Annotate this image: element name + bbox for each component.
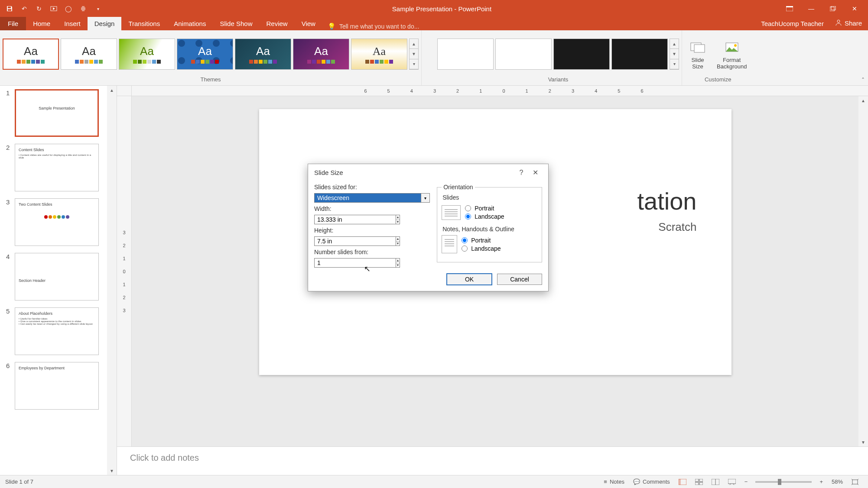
notes-toggle[interactable]: ≡Notes [599, 478, 629, 485]
share-button[interactable]: Share [829, 16, 868, 30]
thumbnail-item[interactable]: 1Sample Presentation [0, 86, 117, 140]
tab-animations[interactable]: Animations [167, 17, 213, 30]
tab-file[interactable]: File [0, 17, 26, 30]
slides-landscape-radio[interactable]: Landscape [465, 213, 504, 220]
thumbnail-item[interactable]: 6Employees by Department [0, 359, 117, 413]
dialog-help-icon[interactable]: ? [514, 169, 528, 177]
zoom-in-button[interactable]: + [815, 478, 827, 485]
notes-subgroup-label: Notes, Handouts & Outline [442, 226, 537, 233]
variant-thumb[interactable] [437, 39, 494, 70]
expand-gallery-icon[interactable]: ▾ [410, 59, 418, 69]
tab-insert[interactable]: Insert [57, 17, 88, 30]
notes-portrait-radio[interactable]: Portrait [462, 237, 501, 244]
slide-thumbnail-panel[interactable]: 1Sample Presentation 2Content Slides• Co… [0, 86, 117, 475]
scroll-down-icon[interactable]: ▼ [858, 438, 868, 446]
variants-gallery-more[interactable]: ▲▼▾ [670, 39, 679, 70]
spin-up-icon[interactable]: ▲ [396, 215, 400, 220]
zoom-out-button[interactable]: − [740, 478, 752, 485]
thumbnail-item[interactable]: 3Two Content Slides [0, 195, 117, 249]
tab-transitions[interactable]: Transitions [121, 17, 167, 30]
number-from-input[interactable] [314, 258, 396, 268]
slide-size-button[interactable]: Slide Size [685, 38, 711, 71]
close-icon[interactable]: ✕ [849, 3, 860, 14]
slide-show-view-icon[interactable] [724, 479, 740, 485]
spin-down-icon[interactable]: ▼ [396, 220, 400, 224]
spin-up-icon[interactable]: ▲ [396, 259, 400, 263]
start-from-beginning-icon[interactable] [49, 4, 58, 13]
svg-rect-3 [830, 7, 834, 11]
row-down-icon[interactable]: ▼ [670, 49, 679, 59]
save-icon[interactable] [5, 4, 14, 13]
notes-pane[interactable]: Click to add notes [117, 446, 868, 475]
tell-me-input[interactable] [339, 23, 452, 30]
maximize-icon[interactable] [827, 3, 839, 14]
scroll-down-icon[interactable]: ▼ [107, 466, 117, 475]
variant-thumb[interactable] [553, 39, 610, 70]
width-spinner[interactable]: ▲▼ [314, 215, 359, 224]
cancel-button[interactable]: Cancel [497, 274, 542, 285]
spin-down-icon[interactable]: ▼ [396, 242, 400, 246]
notes-landscape-radio[interactable]: Landscape [462, 245, 501, 252]
dialog-close-icon[interactable]: ✕ [528, 168, 542, 177]
scroll-up-icon[interactable]: ▲ [107, 86, 117, 94]
tab-view[interactable]: View [295, 17, 322, 30]
tab-design[interactable]: Design [88, 17, 122, 30]
slide-sorter-view-icon[interactable] [691, 479, 707, 485]
height-input[interactable] [314, 236, 396, 246]
variant-thumb[interactable] [611, 39, 668, 70]
theme-thumb[interactable]: Aa [119, 39, 175, 70]
expand-gallery-icon[interactable]: ▾ [670, 59, 679, 69]
collapse-ribbon-icon[interactable]: ˄ [861, 77, 865, 84]
slides-portrait-radio[interactable]: Portrait [465, 205, 504, 212]
reading-view-icon[interactable] [707, 479, 724, 485]
row-up-icon[interactable]: ▲ [670, 39, 679, 49]
thumbnail-item[interactable]: 4Section Header [0, 249, 117, 304]
tell-me[interactable]: 💡 [328, 23, 452, 30]
canvas-scrollbar[interactable]: ▲▼ [858, 96, 868, 446]
sized-for-input[interactable] [314, 193, 421, 203]
spin-up-icon[interactable]: ▲ [396, 237, 400, 242]
thumbnail-item[interactable]: 2Content Slides• Content slides are usef… [0, 140, 117, 195]
spin-down-icon[interactable]: ▼ [396, 263, 400, 268]
tab-review[interactable]: Review [259, 17, 294, 30]
thumbnail-scrollbar[interactable]: ▲▼ [107, 86, 117, 475]
row-down-icon[interactable]: ▼ [410, 49, 418, 59]
ribbon-display-options-icon[interactable] [784, 3, 795, 14]
sized-for-combo[interactable]: ▾ [314, 193, 430, 203]
ok-button[interactable]: OK [447, 274, 492, 285]
normal-view-icon[interactable] [674, 479, 691, 485]
group-customize: Slide Size Format Background Customize [682, 30, 754, 85]
theme-thumb[interactable]: Aa [351, 39, 407, 70]
comments-toggle[interactable]: 💬Comments [629, 478, 674, 485]
width-input[interactable] [314, 215, 396, 224]
tab-slideshow[interactable]: Slide Show [213, 17, 259, 30]
customize-qat-icon[interactable]: ▾ [94, 4, 102, 13]
scroll-up-icon[interactable]: ▲ [858, 96, 868, 105]
zoom-slider[interactable] [755, 481, 812, 483]
dropdown-icon[interactable]: ▾ [421, 193, 430, 203]
fit-to-window-icon[interactable] [847, 479, 863, 485]
circle-icon[interactable]: ◯ [64, 4, 73, 13]
format-background-button[interactable]: Format Background [712, 38, 751, 71]
zoom-level[interactable]: 58% [827, 478, 847, 485]
theme-thumb[interactable]: Aa [177, 39, 233, 70]
number-from-spinner[interactable]: ▲▼ [314, 258, 351, 268]
height-spinner[interactable]: ▲▼ [314, 236, 359, 246]
user-identity[interactable]: TeachUcomp Teacher [756, 17, 829, 30]
row-up-icon[interactable]: ▲ [410, 39, 418, 49]
dialog-titlebar[interactable]: Slide Size ? ✕ [308, 164, 548, 181]
print-icon[interactable] [79, 4, 88, 13]
undo-icon[interactable]: ↶ [20, 4, 29, 13]
theme-thumb[interactable]: Aa [235, 39, 291, 70]
themes-gallery-more[interactable]: ▲▼▾ [409, 39, 419, 70]
theme-thumb[interactable]: Aa [61, 39, 117, 70]
slide-counter[interactable]: Slide 1 of 7 [5, 478, 599, 485]
variant-thumb[interactable] [495, 39, 552, 70]
minimize-icon[interactable]: — [806, 3, 817, 14]
theme-thumb[interactable]: Aa [293, 39, 349, 70]
thumbnail-item[interactable]: 5About Placeholders• Useful for familiar… [0, 304, 117, 359]
orientation-legend: Orientation [442, 184, 475, 191]
redo-icon[interactable]: ↻ [35, 4, 43, 13]
tab-home[interactable]: Home [26, 17, 57, 30]
theme-thumb[interactable]: Aa [3, 39, 59, 70]
